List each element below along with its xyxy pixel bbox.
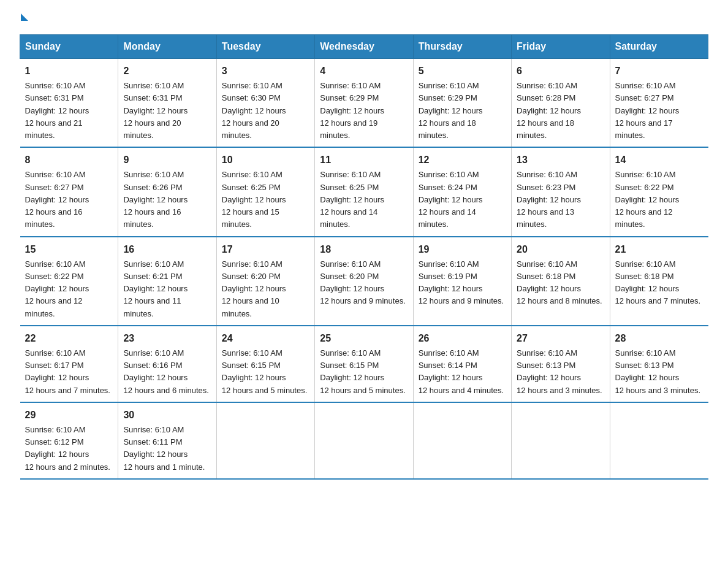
day-info: Sunrise: 6:10 AMSunset: 6:21 PMDaylight:… <box>123 259 188 318</box>
table-row: 22Sunrise: 6:10 AMSunset: 6:17 PMDayligh… <box>20 326 118 402</box>
day-number: 13 <box>517 153 604 167</box>
day-info: Sunrise: 6:10 AMSunset: 6:26 PMDaylight:… <box>123 170 188 229</box>
day-number: 24 <box>222 331 309 346</box>
day-number: 14 <box>615 153 703 167</box>
day-number: 11 <box>320 153 408 167</box>
day-info: Sunrise: 6:10 AMSunset: 6:31 PMDaylight:… <box>123 81 188 140</box>
table-row: 16Sunrise: 6:10 AMSunset: 6:21 PMDayligh… <box>118 237 216 326</box>
day-info: Sunrise: 6:10 AMSunset: 6:29 PMDaylight:… <box>320 81 384 140</box>
day-info: Sunrise: 6:10 AMSunset: 6:15 PMDaylight:… <box>222 348 307 395</box>
calendar-week-row: 22Sunrise: 6:10 AMSunset: 6:17 PMDayligh… <box>20 326 708 402</box>
day-info: Sunrise: 6:10 AMSunset: 6:17 PMDaylight:… <box>25 348 110 395</box>
table-row: 5Sunrise: 6:10 AMSunset: 6:29 PMDaylight… <box>413 59 511 148</box>
day-number: 10 <box>222 153 309 167</box>
header-tuesday: Tuesday <box>216 35 314 59</box>
table-row <box>512 402 610 479</box>
header-friday: Friday <box>512 35 610 59</box>
table-row: 11Sunrise: 6:10 AMSunset: 6:25 PMDayligh… <box>315 147 413 236</box>
day-info: Sunrise: 6:10 AMSunset: 6:13 PMDaylight:… <box>517 348 602 395</box>
day-info: Sunrise: 6:10 AMSunset: 6:27 PMDaylight:… <box>615 81 680 140</box>
calendar-table: Sunday Monday Tuesday Wednesday Thursday… <box>20 34 708 480</box>
day-info: Sunrise: 6:10 AMSunset: 6:18 PMDaylight:… <box>517 259 602 306</box>
day-number: 26 <box>419 331 506 346</box>
day-number: 17 <box>222 242 309 257</box>
day-info: Sunrise: 6:10 AMSunset: 6:18 PMDaylight:… <box>615 259 700 306</box>
header-monday: Monday <box>118 35 216 59</box>
table-row: 12Sunrise: 6:10 AMSunset: 6:24 PMDayligh… <box>413 147 511 236</box>
table-row: 14Sunrise: 6:10 AMSunset: 6:22 PMDayligh… <box>610 147 708 236</box>
day-info: Sunrise: 6:10 AMSunset: 6:13 PMDaylight:… <box>615 348 700 395</box>
day-number: 8 <box>25 153 113 167</box>
weekday-header-row: Sunday Monday Tuesday Wednesday Thursday… <box>20 35 708 59</box>
table-row: 10Sunrise: 6:10 AMSunset: 6:25 PMDayligh… <box>216 147 314 236</box>
table-row: 30Sunrise: 6:10 AMSunset: 6:11 PMDayligh… <box>118 402 216 479</box>
day-number: 27 <box>517 331 604 346</box>
day-info: Sunrise: 6:10 AMSunset: 6:15 PMDaylight:… <box>320 348 405 395</box>
page-header <box>20 15 708 22</box>
day-info: Sunrise: 6:10 AMSunset: 6:20 PMDaylight:… <box>222 259 286 318</box>
table-row: 15Sunrise: 6:10 AMSunset: 6:22 PMDayligh… <box>20 237 118 326</box>
table-row: 21Sunrise: 6:10 AMSunset: 6:18 PMDayligh… <box>610 237 708 326</box>
table-row: 25Sunrise: 6:10 AMSunset: 6:15 PMDayligh… <box>315 326 413 402</box>
day-number: 18 <box>320 242 408 257</box>
table-row <box>610 402 708 479</box>
table-row: 26Sunrise: 6:10 AMSunset: 6:14 PMDayligh… <box>413 326 511 402</box>
table-row: 4Sunrise: 6:10 AMSunset: 6:29 PMDaylight… <box>315 59 413 148</box>
table-row: 19Sunrise: 6:10 AMSunset: 6:19 PMDayligh… <box>413 237 511 326</box>
day-info: Sunrise: 6:10 AMSunset: 6:16 PMDaylight:… <box>123 348 208 395</box>
logo-triangle-icon <box>21 13 28 21</box>
day-info: Sunrise: 6:10 AMSunset: 6:12 PMDaylight:… <box>25 425 110 472</box>
table-row: 24Sunrise: 6:10 AMSunset: 6:15 PMDayligh… <box>216 326 314 402</box>
table-row: 7Sunrise: 6:10 AMSunset: 6:27 PMDaylight… <box>610 59 708 148</box>
day-number: 23 <box>123 331 211 346</box>
day-info: Sunrise: 6:10 AMSunset: 6:31 PMDaylight:… <box>25 81 89 140</box>
table-row: 1Sunrise: 6:10 AMSunset: 6:31 PMDaylight… <box>20 59 118 148</box>
day-number: 16 <box>123 242 211 257</box>
table-row: 20Sunrise: 6:10 AMSunset: 6:18 PMDayligh… <box>512 237 610 326</box>
day-info: Sunrise: 6:10 AMSunset: 6:28 PMDaylight:… <box>517 81 581 140</box>
day-info: Sunrise: 6:10 AMSunset: 6:20 PMDaylight:… <box>320 259 405 306</box>
day-number: 30 <box>123 408 211 423</box>
day-number: 9 <box>123 153 211 167</box>
table-row: 13Sunrise: 6:10 AMSunset: 6:23 PMDayligh… <box>512 147 610 236</box>
table-row: 6Sunrise: 6:10 AMSunset: 6:28 PMDaylight… <box>512 59 610 148</box>
day-info: Sunrise: 6:10 AMSunset: 6:25 PMDaylight:… <box>320 170 384 229</box>
day-info: Sunrise: 6:10 AMSunset: 6:23 PMDaylight:… <box>517 170 581 229</box>
header-thursday: Thursday <box>413 35 511 59</box>
header-saturday: Saturday <box>610 35 708 59</box>
table-row <box>216 402 314 479</box>
day-info: Sunrise: 6:10 AMSunset: 6:30 PMDaylight:… <box>222 81 286 140</box>
table-row: 8Sunrise: 6:10 AMSunset: 6:27 PMDaylight… <box>20 147 118 236</box>
day-info: Sunrise: 6:10 AMSunset: 6:22 PMDaylight:… <box>615 170 680 229</box>
day-info: Sunrise: 6:10 AMSunset: 6:27 PMDaylight:… <box>25 170 89 229</box>
day-info: Sunrise: 6:10 AMSunset: 6:11 PMDaylight:… <box>123 425 205 472</box>
day-number: 5 <box>419 64 506 79</box>
day-number: 7 <box>615 64 703 79</box>
table-row: 28Sunrise: 6:10 AMSunset: 6:13 PMDayligh… <box>610 326 708 402</box>
day-number: 15 <box>25 242 113 257</box>
day-number: 6 <box>517 64 604 79</box>
table-row: 18Sunrise: 6:10 AMSunset: 6:20 PMDayligh… <box>315 237 413 326</box>
day-number: 28 <box>615 331 703 346</box>
day-number: 21 <box>615 242 703 257</box>
day-number: 25 <box>320 331 408 346</box>
calendar-week-row: 29Sunrise: 6:10 AMSunset: 6:12 PMDayligh… <box>20 402 708 479</box>
table-row: 3Sunrise: 6:10 AMSunset: 6:30 PMDaylight… <box>216 59 314 148</box>
table-row: 23Sunrise: 6:10 AMSunset: 6:16 PMDayligh… <box>118 326 216 402</box>
day-number: 12 <box>419 153 506 167</box>
header-sunday: Sunday <box>20 35 118 59</box>
table-row <box>413 402 511 479</box>
day-info: Sunrise: 6:10 AMSunset: 6:14 PMDaylight:… <box>419 348 504 395</box>
day-number: 4 <box>320 64 408 79</box>
day-number: 29 <box>25 408 113 423</box>
calendar-week-row: 1Sunrise: 6:10 AMSunset: 6:31 PMDaylight… <box>20 59 708 148</box>
calendar-week-row: 15Sunrise: 6:10 AMSunset: 6:22 PMDayligh… <box>20 237 708 326</box>
header-wednesday: Wednesday <box>315 35 413 59</box>
day-number: 20 <box>517 242 604 257</box>
day-info: Sunrise: 6:10 AMSunset: 6:19 PMDaylight:… <box>419 259 504 306</box>
table-row: 9Sunrise: 6:10 AMSunset: 6:26 PMDaylight… <box>118 147 216 236</box>
day-number: 1 <box>25 64 113 79</box>
day-info: Sunrise: 6:10 AMSunset: 6:22 PMDaylight:… <box>25 259 89 318</box>
calendar-week-row: 8Sunrise: 6:10 AMSunset: 6:27 PMDaylight… <box>20 147 708 236</box>
day-number: 2 <box>123 64 211 79</box>
